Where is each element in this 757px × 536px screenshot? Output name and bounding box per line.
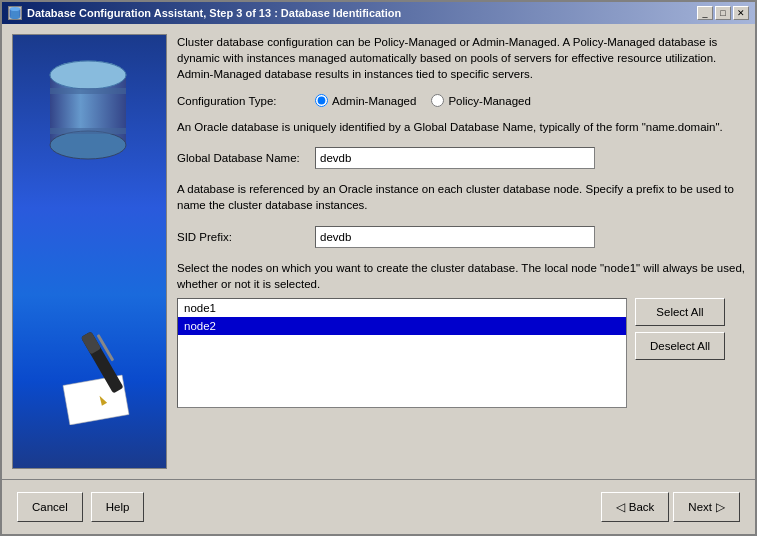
admin-managed-option[interactable]: Admin-Managed — [315, 94, 416, 107]
global-db-description: An Oracle database is uniquely identifie… — [177, 119, 745, 135]
deselect-all-button[interactable]: Deselect All — [635, 332, 725, 360]
global-db-row: Global Database Name: — [177, 147, 745, 169]
policy-managed-radio[interactable] — [431, 94, 444, 107]
next-arrow-icon: ▷ — [716, 500, 725, 514]
global-db-label: Global Database Name: — [177, 152, 307, 164]
drum-illustration — [38, 50, 138, 183]
minimize-button[interactable]: _ — [697, 6, 713, 20]
next-button[interactable]: Next ▷ — [673, 492, 740, 522]
global-db-input[interactable] — [315, 147, 595, 169]
policy-managed-option[interactable]: Policy-Managed — [431, 94, 530, 107]
nodes-description: Select the nodes on which you want to cr… — [177, 260, 745, 292]
svg-point-7 — [50, 61, 126, 89]
title-buttons: _ □ ✕ — [697, 6, 749, 20]
title-bar-left: Database Configuration Assistant, Step 3… — [8, 6, 401, 20]
left-panel — [12, 34, 167, 469]
next-label: Next — [688, 501, 712, 513]
config-type-label: Configuration Type: — [177, 95, 307, 107]
sid-label: SID Prefix: — [177, 231, 307, 243]
svg-point-6 — [50, 131, 126, 159]
bottom-bar: Cancel Help ◁ Back Next ▷ — [2, 479, 755, 534]
admin-managed-label: Admin-Managed — [332, 95, 416, 107]
title-bar: Database Configuration Assistant, Step 3… — [2, 2, 755, 24]
policy-managed-label: Policy-Managed — [448, 95, 530, 107]
nodes-list[interactable]: node1 node2 — [177, 298, 627, 408]
window-title: Database Configuration Assistant, Step 3… — [27, 7, 401, 19]
cancel-button[interactable]: Cancel — [17, 492, 83, 522]
pen-illustration — [61, 325, 151, 428]
nodes-buttons: Select All Deselect All — [635, 298, 725, 408]
sid-description: A database is referenced by an Oracle in… — [177, 181, 745, 213]
svg-point-1 — [10, 7, 20, 11]
admin-managed-radio[interactable] — [315, 94, 328, 107]
nodes-area: node1 node2 Select All Deselect All — [177, 298, 745, 408]
back-button[interactable]: ◁ Back — [601, 492, 670, 522]
sid-row: SID Prefix: — [177, 226, 745, 248]
svg-rect-8 — [50, 88, 126, 94]
main-window: Database Configuration Assistant, Step 3… — [0, 0, 757, 536]
main-description: Cluster database configuration can be Po… — [177, 34, 745, 82]
bottom-right-buttons: ◁ Back Next ▷ — [601, 492, 740, 522]
back-label: Back — [629, 501, 655, 513]
node-item[interactable]: node2 — [178, 317, 626, 335]
select-all-button[interactable]: Select All — [635, 298, 725, 326]
close-button[interactable]: ✕ — [733, 6, 749, 20]
maximize-button[interactable]: □ — [715, 6, 731, 20]
app-icon — [8, 6, 22, 20]
right-panel: Cluster database configuration can be Po… — [177, 34, 745, 469]
bottom-left-buttons: Cancel Help — [17, 492, 144, 522]
config-type-row: Configuration Type: Admin-Managed Policy… — [177, 94, 745, 107]
help-button[interactable]: Help — [91, 492, 145, 522]
node-item[interactable]: node1 — [178, 299, 626, 317]
svg-point-2 — [10, 15, 20, 19]
config-type-radio-group: Admin-Managed Policy-Managed — [315, 94, 531, 107]
nodes-section: Select the nodes on which you want to cr… — [177, 260, 745, 408]
sid-input[interactable] — [315, 226, 595, 248]
svg-rect-9 — [50, 128, 126, 134]
back-arrow-icon: ◁ — [616, 500, 625, 514]
content-area: Cluster database configuration can be Po… — [2, 24, 755, 479]
